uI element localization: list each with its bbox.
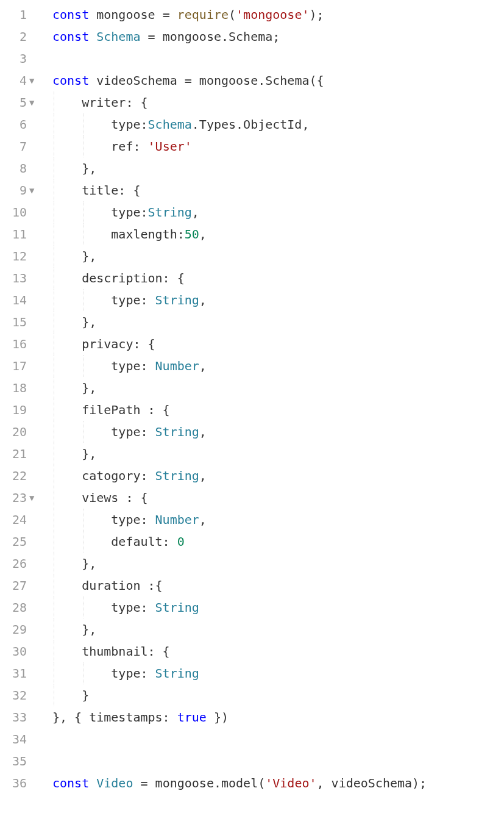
indent-guide (54, 443, 54, 465)
code-line[interactable]: writer: { (52, 91, 504, 113)
code-token: mongoose.Schema; (163, 27, 280, 46)
code-line[interactable]: ref: 'User' (52, 135, 504, 157)
line-number: 13 (9, 268, 27, 288)
indent-guide (54, 333, 54, 355)
gutter-line: 35 (0, 750, 43, 772)
code-token: 50 (185, 224, 199, 244)
code-token: duration :{ (52, 576, 163, 595)
code-token: String (155, 422, 199, 442)
code-line[interactable]: } (52, 684, 504, 706)
line-number: 34 (9, 729, 27, 749)
code-line[interactable]: }, (52, 311, 504, 333)
gutter-line: 36 (0, 772, 43, 794)
gutter-line: 7 (0, 135, 43, 157)
code-line[interactable]: type: Number, (52, 509, 504, 531)
code-line[interactable]: const Video = mongoose.model('Video', vi… (52, 772, 504, 794)
line-number: 25 (9, 532, 27, 551)
code-token: ( (229, 5, 236, 24)
code-token: views : { (52, 488, 148, 507)
line-number: 15 (9, 312, 27, 332)
indent-guide (54, 399, 54, 421)
line-number: 18 (9, 378, 27, 398)
code-line[interactable]: }, (52, 443, 504, 465)
code-line[interactable]: thumbnail: { (52, 640, 504, 662)
code-line[interactable] (52, 48, 504, 70)
code-line[interactable]: }, (52, 157, 504, 179)
indent-guide (54, 113, 54, 135)
line-number: 35 (9, 751, 27, 771)
indent-guide (54, 575, 54, 596)
code-token: type: (52, 115, 148, 134)
code-line[interactable]: catogory: String, (52, 465, 504, 487)
indent-guide (83, 596, 83, 618)
code-line[interactable]: type: Number, (52, 355, 504, 377)
code-line[interactable]: }, (52, 553, 504, 575)
code-token: maxlength: (52, 224, 185, 244)
code-line[interactable]: type:Schema.Types.ObjectId, (52, 113, 504, 135)
gutter-line: 12 (0, 245, 43, 267)
code-line[interactable]: type: String, (52, 421, 504, 443)
code-line[interactable]: type: String, (52, 289, 504, 311)
line-number: 19 (9, 400, 27, 420)
code-line[interactable]: }, { timestamps: true }) (52, 706, 504, 728)
code-line[interactable]: const mongoose = require('mongoose'); (52, 4, 504, 26)
code-token: = (185, 71, 199, 90)
editor-code-area[interactable]: const mongoose = require('mongoose');con… (43, 0, 504, 794)
code-token: Number (155, 356, 199, 376)
gutter-line: 18 (0, 377, 43, 399)
code-line[interactable]: description: { (52, 267, 504, 289)
indent-guide (83, 421, 83, 443)
code-line[interactable] (52, 750, 504, 772)
line-number: 9 (9, 181, 27, 200)
line-number: 24 (9, 510, 27, 529)
code-line[interactable]: privacy: { (52, 333, 504, 355)
line-number: 22 (9, 466, 27, 485)
code-line[interactable]: }, (52, 245, 504, 267)
code-token: privacy: { (52, 334, 155, 354)
indent-guide (83, 662, 83, 684)
code-line[interactable]: }, (52, 618, 504, 640)
code-token: type: (52, 202, 148, 222)
code-token: }, (52, 554, 96, 573)
fold-marker-icon[interactable]: ▼ (29, 184, 39, 197)
gutter-line: 16 (0, 333, 43, 355)
code-token: }, (52, 620, 96, 639)
line-number: 3 (9, 49, 27, 68)
code-line[interactable]: views : { (52, 487, 504, 509)
line-number: 29 (9, 620, 27, 639)
gutter-line: 2 (0, 26, 43, 48)
indent-guide (54, 179, 54, 201)
line-number: 26 (9, 554, 27, 573)
code-token: , videoSchema); (317, 773, 427, 793)
indent-guide (54, 377, 54, 399)
code-token: Video (96, 773, 140, 793)
code-token: , (199, 290, 207, 310)
code-line[interactable] (52, 728, 504, 750)
code-line[interactable]: }, (52, 377, 504, 399)
indent-guide (54, 684, 54, 706)
code-line[interactable]: type: String (52, 662, 504, 684)
code-line[interactable]: type:String, (52, 201, 504, 223)
code-token: }, (52, 444, 96, 464)
code-line[interactable]: type: String (52, 596, 504, 618)
code-line[interactable]: maxlength:50, (52, 223, 504, 245)
code-token: , (199, 224, 207, 244)
code-token: type: (52, 290, 155, 310)
code-token: type: (52, 422, 155, 442)
gutter-line: 5▼ (0, 91, 43, 113)
line-number: 12 (9, 246, 27, 266)
code-line[interactable]: default: 0 (52, 531, 504, 553)
fold-marker-icon[interactable]: ▼ (29, 491, 39, 504)
indent-guide (54, 157, 54, 179)
fold-marker-icon[interactable]: ▼ (29, 74, 39, 87)
gutter-line: 9▼ (0, 179, 43, 201)
gutter-line: 25 (0, 531, 43, 553)
indent-guide (54, 465, 54, 487)
code-line[interactable]: const videoSchema = mongoose.Schema({ (52, 70, 504, 91)
code-line[interactable]: title: { (52, 179, 504, 201)
code-line[interactable]: duration :{ (52, 575, 504, 596)
code-line[interactable]: filePath : { (52, 399, 504, 421)
gutter-line: 32 (0, 684, 43, 706)
code-line[interactable]: const Schema = mongoose.Schema; (52, 26, 504, 48)
fold-marker-icon[interactable]: ▼ (29, 96, 39, 109)
